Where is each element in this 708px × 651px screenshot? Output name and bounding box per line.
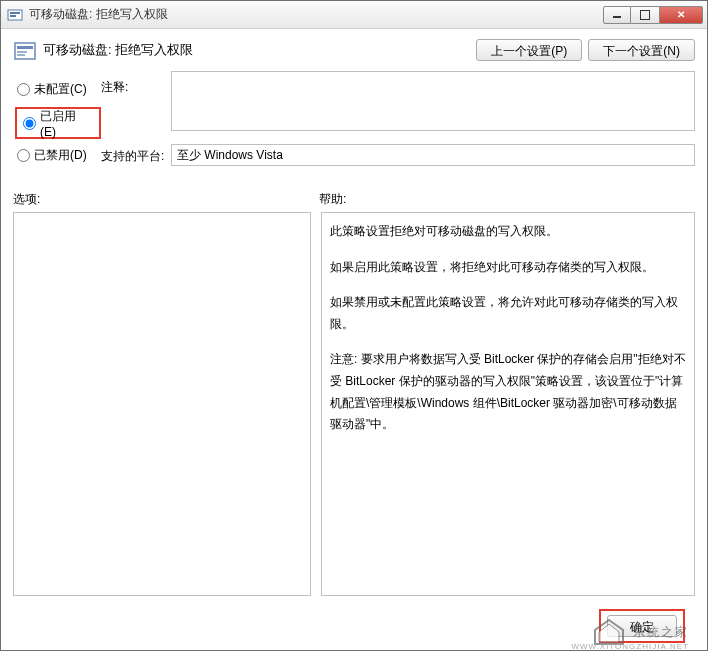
watermark-text: 系统之家 bbox=[633, 624, 689, 641]
footer: 确定 系统之家 WWW.XITONGZHIJIA.NET bbox=[13, 602, 695, 650]
radio-not-configured[interactable]: 未配置(C) bbox=[13, 77, 101, 101]
help-text-1: 此策略设置拒绝对可移动磁盘的写入权限。 bbox=[330, 221, 686, 243]
svg-rect-6 bbox=[17, 54, 25, 56]
radio-not-configured-input[interactable] bbox=[17, 83, 30, 96]
radio-disabled[interactable]: 已禁用(D) bbox=[13, 143, 101, 167]
policy-icon bbox=[13, 39, 37, 63]
radio-not-configured-label: 未配置(C) bbox=[34, 81, 87, 98]
help-text-4: 注意: 要求用户将数据写入受 BitLocker 保护的存储会启用"拒绝对不受 … bbox=[330, 349, 686, 435]
svg-rect-4 bbox=[17, 46, 33, 49]
help-text-3: 如果禁用或未配置此策略设置，将允许对此可移动存储类的写入权限。 bbox=[330, 292, 686, 335]
window-title: 可移动磁盘: 拒绝写入权限 bbox=[29, 6, 603, 23]
svg-rect-2 bbox=[10, 15, 16, 17]
radio-enabled-label: 已启用(E) bbox=[40, 108, 91, 139]
minimize-button[interactable] bbox=[603, 6, 631, 24]
window-controls bbox=[603, 6, 703, 24]
platform-field bbox=[171, 144, 695, 166]
help-text-2: 如果启用此策略设置，将拒绝对此可移动存储类的写入权限。 bbox=[330, 257, 686, 279]
svg-rect-1 bbox=[10, 12, 20, 14]
svg-rect-5 bbox=[17, 51, 27, 53]
options-label: 选项: bbox=[13, 191, 319, 208]
radio-enabled[interactable]: 已启用(E) bbox=[19, 111, 91, 135]
platform-label: 支持的平台: bbox=[101, 146, 171, 170]
next-setting-button[interactable]: 下一个设置(N) bbox=[588, 39, 695, 61]
comment-label: 注释: bbox=[101, 77, 171, 101]
comment-input[interactable] bbox=[171, 71, 695, 131]
svg-marker-8 bbox=[599, 624, 619, 642]
help-panel: 此策略设置拒绝对可移动磁盘的写入权限。 如果启用此策略设置，将拒绝对此可移动存储… bbox=[321, 212, 695, 596]
radio-disabled-label: 已禁用(D) bbox=[34, 147, 87, 164]
content-area: 可移动磁盘: 拒绝写入权限 上一个设置(P) 下一个设置(N) 未配置(C) 已… bbox=[1, 29, 707, 650]
radio-enabled-input[interactable] bbox=[23, 117, 36, 130]
close-button[interactable] bbox=[659, 6, 703, 24]
prev-setting-button[interactable]: 上一个设置(P) bbox=[476, 39, 582, 61]
radio-disabled-input[interactable] bbox=[17, 149, 30, 162]
help-label: 帮助: bbox=[319, 191, 346, 208]
options-panel bbox=[13, 212, 311, 596]
watermark-url: WWW.XITONGZHIJIA.NET bbox=[571, 642, 689, 651]
policy-icon-small bbox=[7, 7, 23, 23]
titlebar[interactable]: 可移动磁盘: 拒绝写入权限 bbox=[1, 1, 707, 29]
maximize-button[interactable] bbox=[631, 6, 659, 24]
highlight-enabled: 已启用(E) bbox=[15, 107, 101, 139]
policy-title: 可移动磁盘: 拒绝写入权限 bbox=[43, 39, 476, 59]
policy-editor-window: 可移动磁盘: 拒绝写入权限 可移动磁盘: 拒绝写入权限 上一个设置(P) 下一个… bbox=[0, 0, 708, 651]
